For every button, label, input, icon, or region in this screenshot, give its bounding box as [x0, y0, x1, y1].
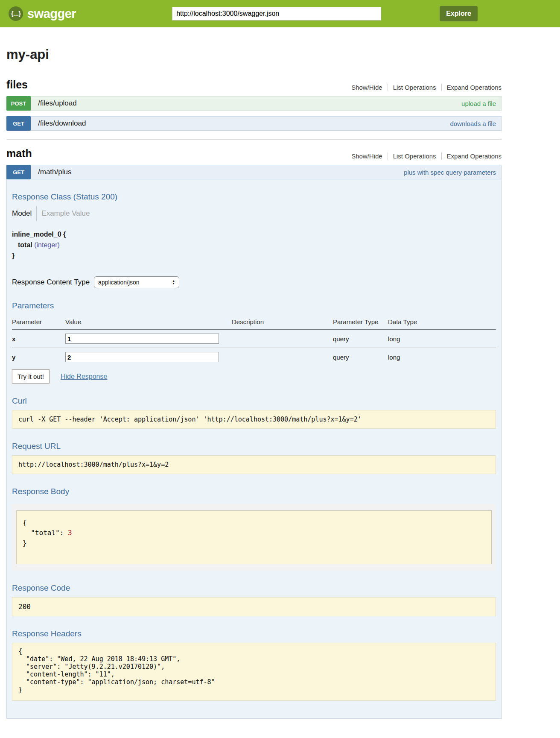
param-value-input-y[interactable] [65, 352, 219, 362]
operation-row-files-upload[interactable]: POST /files/upload upload a file [6, 96, 502, 111]
json-value: 3 [68, 529, 72, 537]
section-head-files: files Show/Hide List Operations Expand O… [6, 79, 502, 91]
try-it-out-button[interactable]: Try it out! [12, 369, 50, 384]
section-divider [6, 139, 502, 140]
col-header-value: Value [65, 315, 232, 330]
model-tabs: Model Example Value [12, 206, 496, 221]
json-key: "total": [23, 529, 68, 537]
api-title: my-api [6, 47, 502, 62]
list-operations-link[interactable]: List Operations [388, 152, 441, 160]
response-code-heading: Response Code [12, 583, 496, 593]
response-content-type-select[interactable]: application/json ▲ ▼ [94, 276, 179, 288]
operation-path[interactable]: /files/upload [38, 97, 77, 110]
section-controls-math: Show/Hide List Operations Expand Operati… [346, 152, 502, 160]
col-header-description: Description [232, 315, 333, 330]
parameters-header-row: Parameter Value Description Parameter Ty… [12, 315, 496, 330]
curl-command[interactable]: curl -X GET --header 'Accept: applicatio… [12, 410, 496, 429]
arrow-down-icon: ▼ [172, 282, 175, 285]
model-name: inline_model_0 { [12, 229, 496, 240]
operation-row-math-plus-get[interactable]: GET /math/plus plus with spec query para… [6, 165, 502, 179]
operation-row-files-download[interactable]: GET /files/download downloads a file [6, 116, 502, 131]
operation-summary[interactable]: downloads a file [450, 117, 496, 130]
param-name-y: y [12, 348, 65, 366]
content-wrap: my-api files Show/Hide List Operations E… [6, 47, 502, 738]
swagger-logo-icon: {…} [9, 6, 23, 21]
json-close-brace: } [23, 539, 27, 547]
response-headers-heading: Response Headers [12, 629, 496, 638]
method-badge-get[interactable]: GET [6, 116, 31, 131]
param-value-input-x[interactable] [65, 334, 219, 344]
curl-heading: Curl [12, 396, 496, 406]
swagger-logo-text: swagger [27, 7, 76, 21]
select-arrows-icon: ▲ ▼ [172, 280, 175, 285]
selected-content-type: application/json [98, 279, 140, 286]
response-body-wrap: { "total": 3 } [12, 504, 496, 571]
section-title-math[interactable]: math [6, 147, 32, 160]
show-hide-link[interactable]: Show/Hide [346, 84, 388, 91]
table-row: y query long [12, 348, 496, 366]
parameters-heading: Parameters [12, 301, 496, 310]
col-header-data-type: Data Type [388, 315, 496, 330]
param-data-type: long [388, 348, 496, 366]
json-open-brace: { [23, 518, 27, 527]
tab-model[interactable]: Model [12, 209, 36, 218]
spec-url-input[interactable] [172, 7, 381, 20]
operation-detail-panel: Response Class (Status 200) Model Exampl… [6, 179, 502, 719]
param-name-x: x [12, 330, 65, 348]
header-bar: {…} swagger Explore [0, 0, 560, 27]
param-data-type: long [388, 330, 496, 348]
show-hide-link[interactable]: Show/Hide [346, 152, 388, 160]
param-description [232, 330, 333, 348]
section-head-math: math Show/Hide List Operations Expand Op… [6, 147, 502, 160]
param-description [232, 348, 333, 366]
model-signature: inline_model_0 { total (integer) } [12, 229, 496, 261]
response-class-heading: Response Class (Status 200) [12, 192, 496, 202]
explore-button[interactable]: Explore [440, 6, 478, 21]
list-operations-link[interactable]: List Operations [388, 84, 441, 91]
method-badge-get[interactable]: GET [6, 165, 31, 179]
param-type: query [333, 330, 388, 348]
expand-operations-link[interactable]: Expand Operations [441, 84, 502, 91]
hide-response-link[interactable]: Hide Response [61, 373, 107, 381]
expand-operations-link[interactable]: Expand Operations [441, 152, 502, 160]
property-type: (integer) [34, 241, 60, 249]
try-it-out-row: Try it out! Hide Response [12, 369, 496, 384]
param-type: query [333, 348, 388, 366]
response-content-type-row: Response Content Type application/json ▲… [12, 276, 496, 288]
operation-summary[interactable]: upload a file [461, 97, 496, 110]
response-body-json[interactable]: { "total": 3 } [16, 510, 492, 564]
request-url-heading: Request URL [12, 442, 496, 451]
model-close-brace: } [12, 250, 496, 261]
swagger-logo[interactable]: {…} swagger [9, 6, 76, 21]
operation-path[interactable]: /files/download [38, 117, 86, 130]
response-headers-json[interactable]: { "date": "Wed, 22 Aug 2018 18:49:13 GMT… [12, 643, 496, 701]
method-badge-post[interactable]: POST [6, 96, 31, 111]
response-code-value[interactable]: 200 [12, 597, 496, 616]
section-controls-files: Show/Hide List Operations Expand Operati… [346, 84, 502, 91]
model-property: total (integer) [18, 240, 496, 250]
tab-example-value[interactable]: Example Value [37, 209, 90, 218]
col-header-parameter: Parameter [12, 315, 65, 330]
operation-summary[interactable]: plus with spec query parameters [404, 165, 496, 179]
parameters-table: Parameter Value Description Parameter Ty… [12, 315, 496, 366]
response-content-type-label: Response Content Type [12, 278, 90, 287]
operation-path[interactable]: /math/plus [38, 165, 71, 179]
response-body-heading: Response Body [12, 487, 496, 496]
col-header-parameter-type: Parameter Type [333, 315, 388, 330]
request-url-value[interactable]: http://localhost:3000/math/plus?x=1&y=2 [12, 455, 496, 474]
property-name: total [18, 241, 32, 249]
table-row: x query long [12, 330, 496, 348]
section-title-files[interactable]: files [6, 79, 28, 91]
